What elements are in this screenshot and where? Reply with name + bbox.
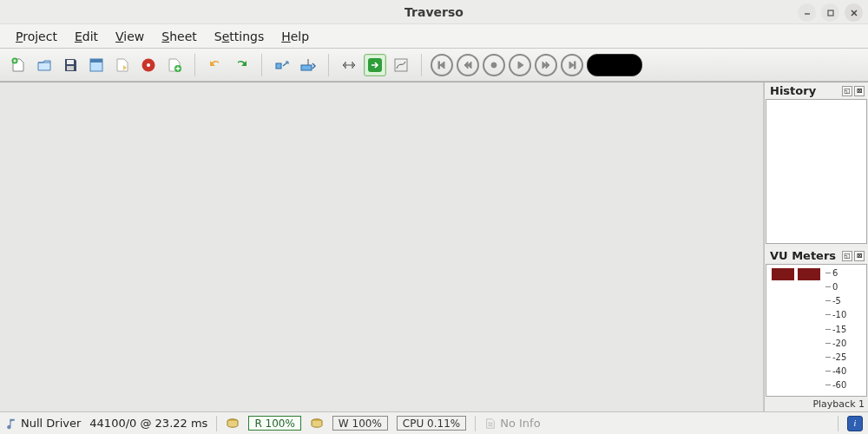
toolbar-separator xyxy=(194,54,195,76)
status-write: W 100% xyxy=(332,416,388,431)
menu-help[interactable]: Help xyxy=(273,26,318,47)
titlebar: Traverso xyxy=(0,0,868,24)
svg-point-19 xyxy=(491,62,496,68)
toolbar-separator xyxy=(261,54,262,76)
panel-undock-icon[interactable]: ◱ xyxy=(842,251,852,261)
history-panel: History ◱ ⊠ xyxy=(764,82,868,247)
menu-view[interactable]: View xyxy=(107,26,153,47)
vu-panel-title: VU Meters xyxy=(770,249,836,262)
vu-scale: 6 0 -5 -10 -15 -20 -25 -40 -60 xyxy=(825,268,846,390)
import-audio-button[interactable] xyxy=(163,54,186,76)
scroll-follow-button[interactable] xyxy=(297,54,319,76)
menu-sheet[interactable]: Sheet xyxy=(153,26,205,47)
save-project-button[interactable] xyxy=(59,54,82,76)
svg-point-10 xyxy=(147,63,150,67)
open-project-button[interactable] xyxy=(33,54,56,76)
svg-rect-12 xyxy=(276,63,281,69)
side-panels: History ◱ ⊠ VU Meters ◱ ⊠ xyxy=(764,82,868,411)
history-panel-body[interactable] xyxy=(766,99,867,244)
history-panel-header[interactable]: History ◱ ⊠ xyxy=(765,82,868,99)
redo-button[interactable] xyxy=(230,54,253,76)
toolbar xyxy=(0,49,868,82)
transport-start-button[interactable] xyxy=(431,54,453,76)
menu-settings[interactable]: Settings xyxy=(206,26,273,47)
svg-rect-6 xyxy=(67,66,74,70)
menu-project[interactable]: Project xyxy=(7,26,66,47)
panel-close-icon[interactable]: ⊠ xyxy=(854,86,865,96)
vu-panel-body: 6 0 -5 -10 -15 -20 -25 -40 -60 xyxy=(766,264,867,397)
status-cpu: CPU 0.11% xyxy=(397,416,466,431)
burn-cd-button[interactable] xyxy=(137,54,160,76)
new-project-button[interactable] xyxy=(7,54,30,76)
toolbar-separator xyxy=(328,54,329,76)
disk-write-icon xyxy=(310,417,324,431)
svg-rect-5 xyxy=(67,60,74,64)
transport-play-button[interactable] xyxy=(509,54,531,76)
close-button[interactable] xyxy=(845,3,863,22)
svg-rect-8 xyxy=(90,59,102,62)
history-panel-title: History xyxy=(770,84,816,97)
svg-rect-13 xyxy=(301,65,312,70)
vu-meter-left xyxy=(772,268,794,390)
status-info: No Info xyxy=(484,417,540,430)
menu-edit[interactable]: Edit xyxy=(66,26,107,47)
transport-rewind-button[interactable] xyxy=(457,54,479,76)
status-read: R 100% xyxy=(248,416,300,431)
mode-curves-button[interactable] xyxy=(390,54,412,76)
svg-rect-20 xyxy=(575,62,576,69)
project-properties-button[interactable] xyxy=(85,54,108,76)
undo-button[interactable] xyxy=(204,54,227,76)
document-icon xyxy=(484,418,496,430)
transport-end-button[interactable] xyxy=(561,54,583,76)
music-note-icon xyxy=(5,418,17,430)
disk-read-icon xyxy=(226,417,240,431)
panel-undock-icon[interactable]: ◱ xyxy=(842,86,852,96)
transport-forward-button[interactable] xyxy=(535,54,557,76)
vu-footer: Playback 1 xyxy=(765,397,868,411)
statusbar: Null Driver 44100/0 @ 23.22 ms R 100% W … xyxy=(0,411,868,434)
vu-panel-header[interactable]: VU Meters ◱ ⊠ xyxy=(765,247,868,264)
menubar: Project Edit View Sheet Settings Help xyxy=(0,24,868,49)
status-driver[interactable]: Null Driver xyxy=(5,417,81,430)
vu-peak xyxy=(772,268,794,280)
maximize-button[interactable] xyxy=(821,3,839,22)
vu-peak xyxy=(798,268,820,280)
time-display xyxy=(587,54,642,76)
minimize-button[interactable] xyxy=(798,3,816,22)
info-button[interactable]: i xyxy=(847,416,863,431)
snap-button[interactable] xyxy=(271,54,293,76)
status-rate-latency: 44100/0 @ 23.22 ms xyxy=(89,417,207,430)
window-title: Traverso xyxy=(404,5,464,19)
vu-meters xyxy=(772,268,820,394)
export-button[interactable] xyxy=(111,54,134,76)
transport-record-button[interactable] xyxy=(483,54,505,76)
svg-rect-17 xyxy=(395,59,407,71)
panel-close-icon[interactable]: ⊠ xyxy=(854,251,865,261)
vu-meter-right xyxy=(798,268,820,390)
window-controls xyxy=(798,3,863,22)
svg-rect-1 xyxy=(828,10,833,16)
main-area: History ◱ ⊠ VU Meters ◱ ⊠ xyxy=(0,82,868,411)
mode-effects-button[interactable] xyxy=(364,54,386,76)
vu-panel: VU Meters ◱ ⊠ 6 0 -5 -10 xyxy=(764,247,868,411)
workspace[interactable] xyxy=(0,82,764,411)
mode-edit-button[interactable] xyxy=(338,54,360,76)
toolbar-separator xyxy=(421,54,422,76)
status-driver-name: Null Driver xyxy=(21,417,81,430)
